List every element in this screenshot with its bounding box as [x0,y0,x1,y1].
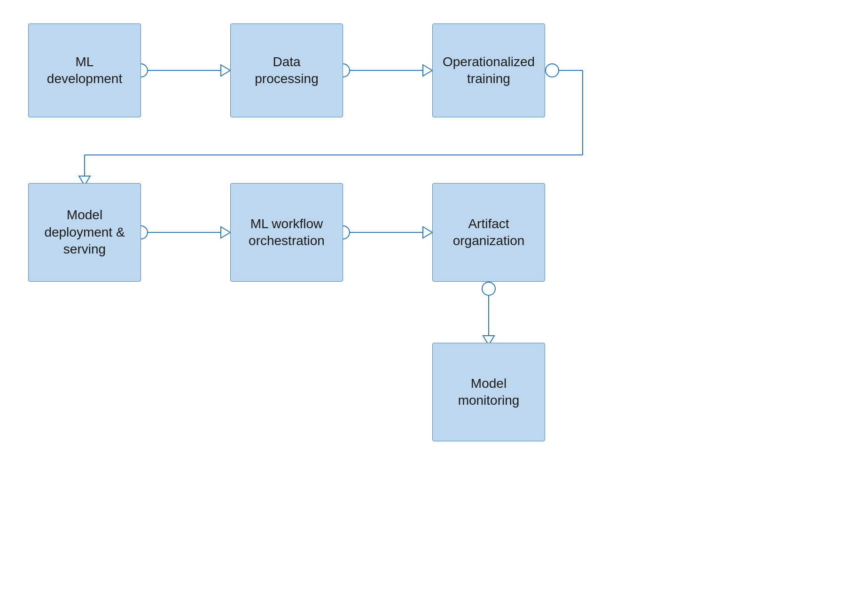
svg-point-6 [546,64,559,77]
node-model-monitoring: Model monitoring [432,343,545,441]
svg-marker-17 [423,227,432,238]
node-ml-workflow: ML workflow orchestration [230,183,343,282]
node-ml-development: ML development [28,23,141,117]
node-data-processing: Data processing [230,23,343,117]
svg-marker-5 [423,65,432,76]
node-artifact-organization: Artifact organization [432,183,545,282]
svg-marker-14 [221,227,230,238]
diagram-container: ML development Data processing Operation… [0,0,858,616]
svg-marker-2 [221,65,230,76]
node-operationalized-training: Operationalized training [432,23,545,117]
node-model-deployment: Model deployment & serving [28,183,141,282]
svg-point-18 [482,282,495,295]
